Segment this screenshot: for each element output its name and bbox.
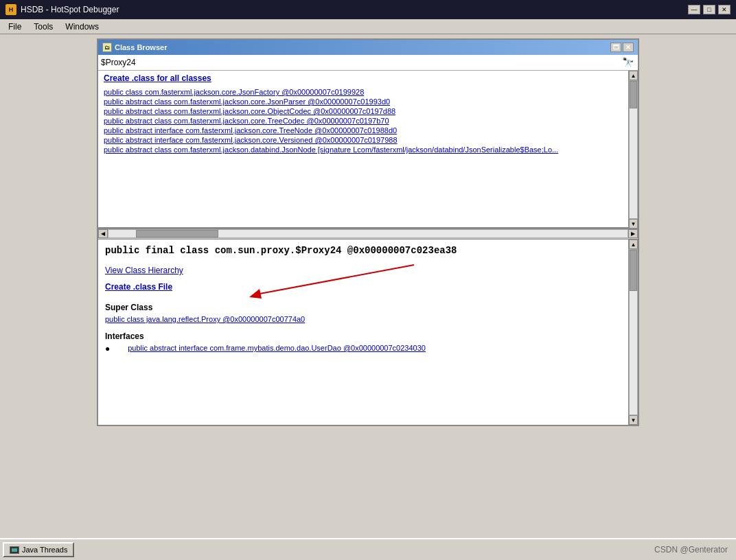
bottom-scroll-thumb[interactable] bbox=[630, 250, 637, 291]
detail-area: public final class com.sun.proxy.$Proxy2… bbox=[98, 240, 638, 425]
watermark: CSDN @Genterator bbox=[654, 545, 728, 555]
bullet-dot: ● bbox=[105, 344, 110, 353]
class-browser-panel: 🗂 Class Browser 🗖 ✕ 🔭 Create .class for … bbox=[97, 38, 639, 426]
list-item[interactable]: public abstract class com.fasterxml.jack… bbox=[104, 145, 623, 154]
scroll-thumb[interactable] bbox=[630, 81, 637, 108]
scroll-right-arrow[interactable]: ▶ bbox=[628, 229, 638, 238]
list-item[interactable]: public abstract interface com.fasterxml.… bbox=[104, 126, 623, 135]
monitor-screen bbox=[11, 548, 18, 552]
search-area: 🔭 bbox=[98, 55, 638, 71]
bottom-scroll-up-arrow[interactable]: ▲ bbox=[629, 240, 638, 249]
search-button[interactable]: 🔭 bbox=[621, 57, 635, 68]
super-class-section-label: Super Class bbox=[105, 303, 621, 312]
taskbar: Java Threads CSDN @Genterator bbox=[0, 538, 736, 560]
class-list: public class com.fasterxml.jackson.core.… bbox=[98, 86, 628, 156]
monitor-icon bbox=[10, 546, 19, 554]
bottom-scroll-track[interactable] bbox=[629, 249, 638, 415]
java-threads-button[interactable]: Java Threads bbox=[3, 542, 74, 557]
bottom-scroll-down-arrow[interactable]: ▼ bbox=[629, 415, 638, 425]
app-title: HSDB - HotSpot Debugger bbox=[21, 5, 119, 14]
menu-tools[interactable]: Tools bbox=[28, 21, 58, 33]
svg-marker-1 bbox=[249, 289, 262, 299]
horizontal-scrollbar: ◀ ▶ bbox=[98, 229, 638, 238]
panel-title-left: 🗂 Class Browser bbox=[102, 43, 167, 52]
search-input[interactable] bbox=[101, 58, 621, 67]
panel-title-bar: 🗂 Class Browser 🗖 ✕ bbox=[98, 40, 638, 55]
scroll-up-arrow[interactable]: ▲ bbox=[629, 71, 638, 80]
interface-item-area: ● public abstract interface com.frame.my… bbox=[105, 344, 621, 353]
h-scroll-thumb[interactable] bbox=[136, 230, 218, 237]
view-hierarchy-link[interactable]: View Class Hierarchy bbox=[105, 266, 621, 275]
close-button[interactable]: ✕ bbox=[718, 5, 731, 14]
title-bar-controls: — □ ✕ bbox=[688, 5, 731, 14]
h-scroll-track[interactable] bbox=[108, 229, 628, 238]
scroll-track[interactable] bbox=[629, 80, 638, 219]
list-item[interactable]: public abstract class com.fasterxml.jack… bbox=[104, 97, 623, 106]
main-content: 🗂 Class Browser 🗖 ✕ 🔭 Create .class for … bbox=[0, 34, 736, 538]
title-bar-left: H HSDB - HotSpot Debugger bbox=[5, 4, 119, 15]
super-class-link[interactable]: public class java.lang.reflect.Proxy @0x… bbox=[105, 315, 621, 323]
interfaces-section-label: Interfaces bbox=[105, 331, 621, 341]
list-item[interactable]: public abstract class com.fasterxml.jack… bbox=[104, 116, 623, 126]
list-item[interactable]: public abstract class com.fasterxml.jack… bbox=[104, 106, 623, 116]
panel-icon: 🗂 bbox=[102, 43, 112, 52]
bottom-scrollbar: ▲ ▼ bbox=[628, 240, 638, 425]
class-header: public final class com.sun.proxy.$Proxy2… bbox=[105, 245, 621, 256]
title-bar: H HSDB - HotSpot Debugger — □ ✕ bbox=[0, 0, 736, 19]
create-class-file-link[interactable]: Create .class File bbox=[105, 282, 172, 292]
java-threads-label: Java Threads bbox=[22, 546, 67, 554]
interface-link[interactable]: public abstract interface com.frame.myba… bbox=[128, 344, 426, 352]
menu-bar: File Tools Windows bbox=[0, 19, 736, 34]
panel-close-button[interactable]: ✕ bbox=[623, 43, 634, 52]
scroll-left-arrow[interactable]: ◀ bbox=[98, 229, 108, 238]
list-item[interactable]: public abstract interface com.fasterxml.… bbox=[104, 135, 623, 145]
list-item[interactable]: public class com.fasterxml.jackson.core.… bbox=[104, 87, 623, 97]
scroll-down-arrow[interactable]: ▼ bbox=[629, 219, 638, 229]
class-list-section: Create .class for all classes public cla… bbox=[98, 71, 628, 229]
minimize-button[interactable]: — bbox=[688, 5, 700, 14]
top-scrollbar: ▲ ▼ bbox=[628, 71, 638, 229]
panel-title: Class Browser bbox=[115, 43, 167, 51]
menu-windows[interactable]: Windows bbox=[60, 21, 104, 33]
maximize-button[interactable]: □ bbox=[703, 5, 715, 14]
class-detail-section: public final class com.sun.proxy.$Proxy2… bbox=[98, 240, 628, 425]
app-icon: H bbox=[5, 4, 16, 15]
panel-controls: 🗖 ✕ bbox=[610, 43, 634, 52]
menu-file[interactable]: File bbox=[3, 21, 27, 33]
create-all-classes-link[interactable]: Create .class for all classes bbox=[98, 71, 628, 86]
panel-minimize-button[interactable]: 🗖 bbox=[610, 43, 621, 52]
create-class-area: Create .class File bbox=[105, 282, 172, 292]
